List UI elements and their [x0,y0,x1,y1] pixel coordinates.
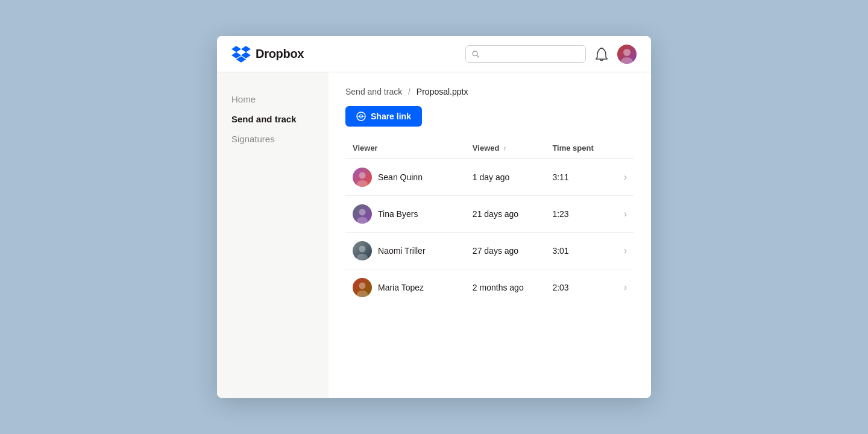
search-icon [472,50,480,58]
share-link-icon [356,112,366,121]
time-spent-cell-0: 3:11 [545,159,616,196]
viewed-cell-1: 21 days ago [465,196,546,233]
main-content: Send and track / Proposal.pptx Share lin… [329,72,651,398]
search-input[interactable] [483,49,579,58]
svg-point-7 [357,180,368,187]
col-header-action [617,139,634,159]
logo-area: Dropbox [231,46,465,63]
sidebar: Home Send and track Signatures [217,72,329,398]
row-action-cell-2[interactable]: › [617,233,634,269]
avatar-face-3 [353,278,372,297]
sidebar-item-signatures[interactable]: Signatures [217,129,329,149]
viewer-name-0: Sean Quinn [378,172,423,182]
svg-point-8 [359,209,366,216]
share-link-button[interactable]: Share link [345,106,422,127]
table-header-row: Viewer Viewed ↑ Time spent [345,139,634,159]
sort-arrow-icon: ↑ [503,145,507,152]
svg-point-11 [357,254,368,260]
search-box[interactable] [465,45,586,63]
chevron-right-icon-3: › [624,282,627,292]
viewer-avatar-2 [353,241,372,260]
row-action-cell-1[interactable]: › [617,196,634,233]
avatar-initials-0 [353,168,372,187]
svg-line-1 [477,55,479,57]
avatar-face-1 [353,204,372,224]
svg-point-10 [359,246,366,253]
header: Dropbox [217,36,651,72]
viewer-cell-1: Tina Byers [345,196,465,233]
chevron-right-icon-2: › [624,245,627,256]
avatar-initials-1 [353,204,372,224]
notification-bell-button[interactable] [596,48,608,61]
viewed-cell-3: 2 months ago [465,269,546,306]
table-row[interactable]: Tina Byers 21 days ago 1:23 › [345,196,634,233]
logo-text: Dropbox [256,47,304,61]
viewed-cell-0: 1 day ago [465,159,546,196]
body: Home Send and track Signatures Send and … [217,72,651,398]
breadcrumb: Send and track / Proposal.pptx [345,87,634,96]
table-row[interactable]: Sean Quinn 1 day ago 3:11 › [345,159,634,196]
viewer-cell-0: Sean Quinn [345,159,465,196]
avatar-face-2 [353,241,372,260]
share-link-label: Share link [371,112,411,121]
svg-point-9 [357,217,368,224]
svg-point-6 [359,172,366,179]
user-avatar[interactable] [617,45,637,64]
breadcrumb-separator: / [408,87,410,96]
table-row[interactable]: Maria Topez 2 months ago 2:03 › [345,269,634,306]
viewer-table: Viewer Viewed ↑ Time spent [345,139,634,306]
viewer-avatar-1 [353,204,372,224]
avatar-image [617,45,637,64]
svg-point-13 [357,291,368,297]
svg-point-2 [623,49,631,56]
row-action-cell-0[interactable]: › [617,159,634,196]
svg-point-3 [621,57,633,64]
dropbox-logo-icon [231,46,251,63]
avatar-initials-2 [353,241,372,260]
col-header-viewed[interactable]: Viewed ↑ [465,139,546,159]
viewer-name-2: Naomi Triller [378,246,426,256]
viewer-avatar-0 [353,168,372,187]
viewer-avatar-3 [353,278,372,297]
app-window: Dropbox [217,36,651,398]
chevron-right-icon-1: › [624,209,627,219]
viewer-name-3: Maria Topez [378,283,424,292]
breadcrumb-parent: Send and track [345,87,402,96]
avatar-face-0 [353,168,372,187]
sidebar-item-home[interactable]: Home [217,89,329,109]
breadcrumb-current: Proposal.pptx [417,87,468,96]
col-header-time-spent: Time spent [545,139,616,159]
sidebar-item-send-and-track[interactable]: Send and track [217,109,329,129]
svg-point-12 [359,283,366,289]
avatar-initials-3 [353,278,372,297]
time-spent-cell-1: 1:23 [545,196,616,233]
col-header-viewer: Viewer [345,139,465,159]
chevron-right-icon-0: › [624,172,627,182]
table-row[interactable]: Naomi Triller 27 days ago 3:01 › [345,233,634,269]
time-spent-cell-3: 2:03 [545,269,616,306]
viewed-cell-2: 27 days ago [465,233,546,269]
viewer-name-1: Tina Byers [378,209,418,219]
time-spent-cell-2: 3:01 [545,233,616,269]
header-right [465,45,637,64]
viewer-cell-3: Maria Topez [345,269,465,306]
row-action-cell-3[interactable]: › [617,269,634,306]
viewer-cell-2: Naomi Triller [345,233,465,269]
bell-icon [596,48,608,61]
